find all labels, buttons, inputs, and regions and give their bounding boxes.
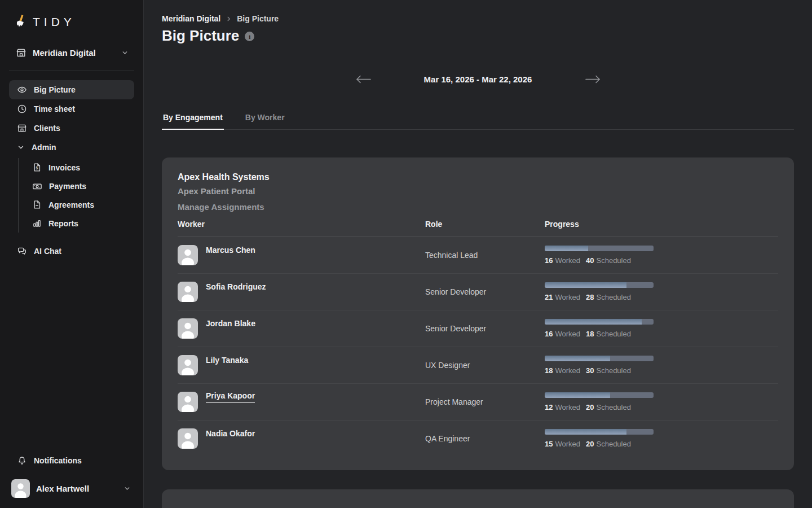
sidebar-item-invoices[interactable]: $ Invoices — [24, 158, 134, 177]
breadcrumb-current: Big Picture — [237, 14, 279, 23]
broom-logo-icon — [14, 14, 28, 30]
scheduled-value: 20 — [586, 440, 594, 448]
bell-icon — [17, 456, 27, 466]
worker-avatar — [178, 428, 198, 449]
page-title: Big Picture — [162, 27, 239, 45]
engagement-card: Apex Health Systems Apex Patient Portal … — [162, 157, 794, 470]
worker-cell: Lily Tanaka — [178, 355, 425, 375]
worker-progress: 18Worked 30Scheduled — [545, 356, 778, 375]
table-row: Priya Kapoor Project Manager 12Worked 20… — [178, 383, 778, 420]
sidebar-item-admin[interactable]: Admin — [9, 138, 134, 157]
clock-icon — [17, 104, 27, 114]
worked-value: 12 — [545, 403, 553, 411]
workspace-selector[interactable]: Meridian Digital — [9, 43, 134, 63]
column-progress: Progress — [545, 220, 778, 229]
worker-role: Senior Developer — [425, 324, 545, 333]
worker-name[interactable]: Priya Kapoor — [206, 391, 255, 403]
storefront-icon — [16, 47, 27, 58]
worker-name[interactable]: Sofia Rodriguez — [206, 282, 266, 291]
breadcrumb: Meridian Digital Big Picture — [162, 0, 794, 19]
svg-text:$: $ — [36, 166, 38, 170]
table-header: Worker Role Progress — [178, 220, 778, 237]
table-row: Lily Tanaka UX Designer 18Worked 30Sched… — [178, 347, 778, 383]
worker-progress: 16Worked 40Scheduled — [545, 246, 778, 265]
banknote-icon — [32, 181, 42, 191]
progress-caption: 15Worked 20Scheduled — [545, 440, 778, 448]
document-icon — [32, 200, 42, 209]
progress-caption: 16Worked 40Scheduled — [545, 256, 778, 265]
sidebar-item-label: Invoices — [48, 163, 80, 172]
tab-by-engagement[interactable]: By Engagement — [162, 108, 224, 129]
progress-caption: 16Worked 18Scheduled — [545, 330, 778, 338]
scheduled-label: Scheduled — [597, 440, 631, 448]
sidebar-item-big-picture[interactable]: Big Picture — [9, 80, 134, 99]
scheduled-label: Scheduled — [597, 293, 631, 301]
next-engagement-card — [162, 489, 794, 508]
storefront-icon — [17, 123, 27, 133]
sidebar-item-payments[interactable]: Payments — [24, 177, 134, 195]
progress-bar — [545, 246, 654, 251]
info-icon[interactable]: i — [245, 32, 254, 41]
week-navigator: Mar 16, 2026 - Mar 22, 2026 — [162, 71, 794, 87]
manage-assignments-link[interactable]: Manage Assignments — [178, 199, 264, 215]
sidebar-spacer — [0, 261, 143, 451]
invoice-icon: $ — [32, 163, 42, 172]
worker-role: Senior Developer — [425, 287, 545, 296]
worker-cell: Jordan Blake — [178, 318, 425, 339]
worker-name[interactable]: Jordan Blake — [206, 319, 255, 328]
main-content: Meridian Digital Big Picture Big Picture… — [144, 0, 812, 508]
workspace-name: Meridian Digital — [33, 48, 115, 58]
progress-caption: 18Worked 30Scheduled — [545, 366, 778, 375]
progress-caption: 12Worked 20Scheduled — [545, 403, 778, 411]
eye-icon — [17, 85, 27, 95]
sidebar-item-time-sheet[interactable]: Time sheet — [9, 99, 134, 119]
notifications-label: Notifications — [34, 456, 82, 465]
admin-subnav: $ Invoices Payments Ag — [18, 158, 134, 233]
worked-label: Worked — [555, 440, 580, 448]
sidebar-item-label: Time sheet — [34, 104, 75, 113]
progress-bar — [545, 429, 654, 435]
worked-label: Worked — [555, 366, 580, 375]
worked-label: Worked — [555, 330, 580, 338]
notifications-button[interactable]: Notifications — [9, 451, 134, 470]
worked-value: 16 — [545, 330, 553, 338]
scheduled-value: 20 — [586, 403, 594, 411]
chevron-down-icon — [123, 485, 131, 492]
progress-bar-worked — [545, 282, 626, 288]
previous-week-button[interactable] — [354, 73, 373, 86]
sidebar-item-agreements[interactable]: Agreements — [24, 195, 134, 214]
sidebar-item-label: Agreements — [48, 200, 94, 209]
progress-caption: 21Worked 28Scheduled — [545, 293, 778, 301]
worked-value: 15 — [545, 440, 553, 448]
worked-label: Worked — [555, 403, 580, 411]
chevron-right-icon — [226, 16, 232, 22]
worker-name[interactable]: Lily Tanaka — [206, 356, 248, 365]
next-week-button[interactable] — [583, 73, 603, 86]
sidebar-item-reports[interactable]: Reports — [24, 214, 134, 233]
chevron-down-icon — [17, 143, 25, 151]
progress-bar-worked — [545, 319, 642, 325]
scheduled-label: Scheduled — [597, 256, 631, 265]
table-row: Sofia Rodriguez Senior Developer 21Worke… — [178, 273, 778, 310]
sidebar-item-clients[interactable]: Clients — [9, 119, 134, 138]
worker-role: Project Manager — [425, 397, 545, 406]
worker-role: Technical Lead — [425, 251, 545, 260]
table-row: Nadia Okafor QA Engineer 15Worked 20Sche… — [178, 420, 778, 457]
progress-bar-worked — [545, 429, 626, 435]
sidebar-nav: Big Picture Time sheet Clients Admin — [0, 77, 143, 261]
worked-value: 18 — [545, 366, 553, 375]
worker-name[interactable]: Nadia Okafor — [206, 429, 255, 438]
tab-by-worker[interactable]: By Worker — [244, 108, 286, 129]
breadcrumb-workspace[interactable]: Meridian Digital — [162, 14, 220, 23]
client-name: Apex Health Systems — [178, 171, 778, 183]
sidebar-item-ai-chat[interactable]: AI Chat — [9, 242, 134, 261]
user-menu[interactable]: Alex Hartwell — [9, 478, 134, 499]
sidebar-item-label: Big Picture — [34, 85, 76, 94]
worker-avatar — [178, 392, 198, 412]
worked-label: Worked — [555, 293, 580, 301]
worker-progress: 21Worked 28Scheduled — [545, 282, 778, 301]
sidebar-item-label: Admin — [32, 143, 56, 152]
chat-bubbles-icon — [17, 246, 27, 256]
week-range-label: Mar 16, 2026 - Mar 22, 2026 — [411, 75, 546, 84]
worker-name[interactable]: Marcus Chen — [206, 246, 255, 255]
